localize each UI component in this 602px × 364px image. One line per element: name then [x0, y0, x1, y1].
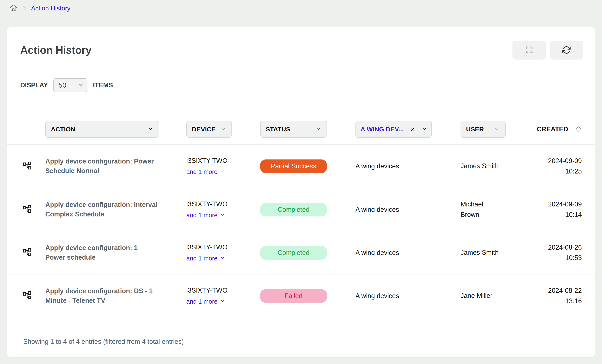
page-title: Action History	[20, 44, 91, 56]
device-cell: i3SIXTY-TWO and 1 more	[186, 243, 260, 262]
action-cell: Apply device configuration: 1 Power sche…	[45, 243, 186, 262]
chevron-down-icon	[220, 125, 226, 133]
action-cell: Apply device configuration: Power Schedu…	[45, 157, 186, 176]
device-group-cell: A wing devices	[355, 206, 461, 213]
breadcrumb-current[interactable]: Action History	[31, 5, 70, 12]
chevron-down-icon	[78, 82, 84, 89]
device-more-link[interactable]: and 1 more	[186, 255, 260, 262]
table-row: Apply device configuration: 1 Power sche…	[7, 231, 595, 274]
table-row: Apply device configuration: DS - 1 Minut…	[7, 274, 595, 317]
device-more-link[interactable]: and 1 more	[186, 168, 260, 176]
filter-status-button[interactable]: STATUS	[260, 121, 327, 138]
table-row: Apply device configuration: Power Schedu…	[7, 145, 595, 188]
chevron-down-icon	[421, 125, 428, 133]
workflow-icon	[20, 161, 45, 171]
action-cell: Apply device configuration: DS - 1 Minut…	[45, 286, 186, 305]
device-name: i3SIXTY-TWO	[186, 243, 260, 251]
created-cell: 2024-09-09 10:14	[531, 199, 582, 220]
created-cell: 2024-08-26 10:53	[531, 242, 582, 263]
filter-action-button[interactable]: ACTION	[45, 121, 159, 138]
workflow-icon	[20, 291, 45, 301]
workflow-icon	[20, 248, 45, 258]
table-row: Apply device configuration: Interval Com…	[7, 188, 595, 231]
action-cell: Apply device configuration: Interval Com…	[45, 200, 186, 219]
clear-filter-button[interactable]	[410, 126, 416, 132]
table-header: ACTION DEVICE STATUS	[7, 121, 595, 145]
table-body: Apply device configuration: Power Schedu…	[7, 145, 595, 317]
breadcrumb: Action History	[0, 0, 602, 13]
created-cell: 2024-08-22 13:16	[531, 286, 582, 306]
chevron-down-icon	[220, 212, 225, 219]
device-group-cell: A wing devices	[355, 162, 461, 170]
filter-device-button[interactable]: DEVICE	[186, 121, 232, 138]
action-history-card: Action History DISP	[7, 27, 595, 357]
card-toolbar	[512, 41, 583, 60]
status-badge: Failed	[260, 289, 327, 303]
device-name: i3SIXTY-TWO	[186, 200, 260, 208]
user-cell: James Smith	[461, 248, 511, 258]
page-size-select[interactable]: 50	[54, 78, 87, 92]
items-label: ITEMS	[93, 82, 113, 89]
chevron-down-icon	[315, 125, 322, 133]
device-cell: i3SIXTY-TWO and 1 more	[186, 200, 260, 219]
chevron-down-icon	[220, 255, 225, 262]
fullscreen-button[interactable]	[512, 41, 546, 60]
device-cell: i3SIXTY-TWO and 1 more	[186, 157, 260, 176]
page-size-control: DISPLAY 50 ITEMS	[7, 78, 595, 92]
workflow-icon	[20, 205, 45, 215]
chevron-right-icon	[21, 5, 27, 11]
chevron-down-icon	[147, 125, 154, 133]
chevron-down-icon	[494, 125, 500, 133]
chevron-down-icon	[220, 298, 225, 305]
filter-user-button[interactable]: USER	[461, 121, 506, 138]
chevron-down-icon	[220, 168, 225, 176]
device-cell: i3SIXTY-TWO and 1 more	[186, 287, 260, 305]
fullscreen-icon	[525, 45, 534, 55]
home-icon	[9, 4, 17, 13]
display-label: DISPLAY	[20, 82, 48, 89]
page-size-value: 50	[58, 81, 66, 89]
device-more-link[interactable]: and 1 more	[186, 212, 260, 219]
sort-created-header[interactable]: CREATED	[531, 125, 582, 133]
created-cell: 2024-09-09 10:25	[531, 156, 582, 176]
user-cell: James Smith	[461, 161, 511, 171]
user-cell: Jane Miller	[461, 291, 511, 301]
table-footer: Showing 1 to 4 of 4 entries (filtered fr…	[7, 326, 595, 357]
device-name: i3SIXTY-TWO	[186, 157, 260, 165]
status-badge: Partial Success	[260, 159, 327, 173]
device-group-cell: A wing devices	[355, 292, 461, 300]
device-name: i3SIXTY-TWO	[186, 287, 260, 294]
filter-group-button[interactable]: A WING DEV...	[355, 121, 432, 138]
refresh-icon	[562, 45, 571, 55]
home-link[interactable]	[9, 4, 17, 13]
entries-summary: Showing 1 to 4 of 4 entries (filtered fr…	[23, 338, 184, 345]
status-badge: Completed	[260, 246, 327, 260]
status-badge: Completed	[260, 203, 327, 217]
refresh-button[interactable]	[550, 41, 583, 60]
sort-desc-icon	[575, 129, 582, 132]
device-more-link[interactable]: and 1 more	[186, 298, 260, 305]
device-group-cell: A wing devices	[355, 249, 461, 257]
user-cell: Michael Brown	[461, 199, 511, 220]
